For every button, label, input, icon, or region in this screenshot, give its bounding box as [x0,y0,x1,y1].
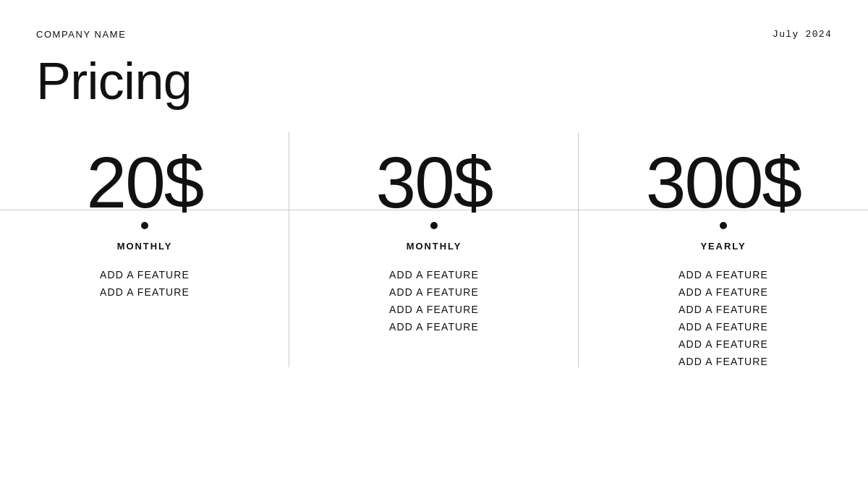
features-list-1: ADD A FEATUREADD A FEATURE [0,269,289,298]
price-3: 300$ [646,132,801,222]
feature-item: ADD A FEATURE [100,286,190,298]
feature-item: ADD A FEATURE [678,269,768,281]
page: COMPANY NAME July 2024 Pricing 20$MONTHL… [0,0,868,488]
price-1: 20$ [87,132,203,222]
header: COMPANY NAME July 2024 [0,0,868,40]
feature-item: ADD A FEATURE [389,269,479,281]
feature-item: ADD A FEATURE [678,304,768,315]
feature-item: ADD A FEATURE [678,286,768,298]
dot-indicator-1 [141,222,148,229]
feature-item: ADD A FEATURE [678,321,768,333]
features-list-2: ADD A FEATUREADD A FEATUREADD A FEATUREA… [289,269,579,333]
billing-period-2: MONTHLY [407,241,462,252]
feature-item: ADD A FEATURE [389,304,479,315]
pricing-col-1: 20$MONTHLYADD A FEATUREADD A FEATURE [0,132,289,367]
dot-indicator-2 [430,222,438,229]
page-title: Pricing [0,40,868,110]
billing-period-1: MONTHLY [117,241,173,252]
feature-item: ADD A FEATURE [678,356,768,367]
pricing-section: 20$MONTHLYADD A FEATUREADD A FEATURE30$M… [0,132,868,367]
billing-period-3: YEARLY [700,241,746,252]
feature-item: ADD A FEATURE [389,286,479,298]
feature-item: ADD A FEATURE [678,338,768,350]
price-2: 30$ [376,132,493,222]
date: July 2024 [773,29,832,40]
dot-indicator-3 [720,222,727,229]
pricing-col-3: 300$YEARLYADD A FEATUREADD A FEATUREADD … [579,132,868,367]
features-list-3: ADD A FEATUREADD A FEATUREADD A FEATUREA… [579,269,868,367]
feature-item: ADD A FEATURE [389,321,479,333]
company-name: COMPANY NAME [36,29,126,40]
pricing-col-2: 30$MONTHLYADD A FEATUREADD A FEATUREADD … [289,132,579,367]
feature-item: ADD A FEATURE [100,269,190,281]
